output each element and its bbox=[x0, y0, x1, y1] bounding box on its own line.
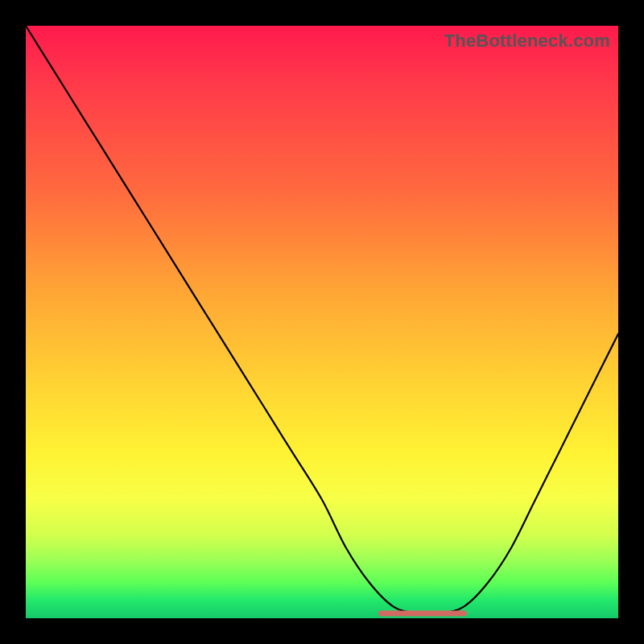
bottleneck-curve-svg bbox=[26, 26, 618, 618]
plot-area: TheBottleneck.com bbox=[26, 26, 618, 618]
chart-frame: TheBottleneck.com bbox=[0, 0, 644, 644]
bottleneck-curve-path bbox=[26, 26, 618, 614]
